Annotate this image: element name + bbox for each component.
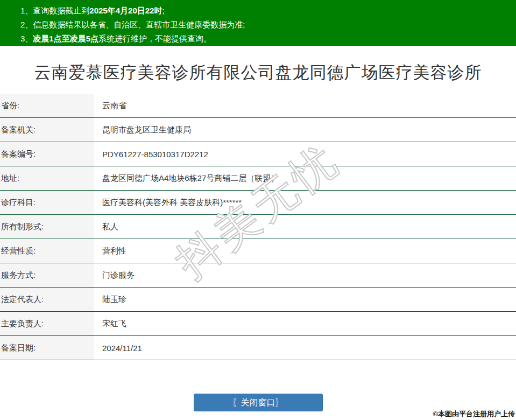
row-value: 盘龙区同德广场A4地块6栋27号商铺二层（联盟） [94, 166, 516, 190]
notice-line-1: 1、查询数据截止到2025年4月20日22时; [20, 4, 505, 18]
close-window-button[interactable]: 〖关闭窗口〗 [194, 394, 323, 411]
table-row-service-mode: 服务方式: 门诊服务 [0, 263, 516, 288]
table-row-filing-number: 备案编号: PDY61227-853010317D2212 [0, 142, 516, 166]
notice-1-text: 查询数据截止到 [33, 6, 89, 15]
row-label: 省份: [0, 94, 94, 117]
row-label: 诊疗科目: [0, 191, 94, 214]
notice-3-suffix: 系统进行维护，不能提供查询。 [98, 34, 211, 43]
row-value: 营利性 [94, 239, 516, 263]
record-table: 省份: 云南省 备案机关: 昆明市盘龙区卫生健康局 备案编号: PDY61227… [0, 94, 516, 360]
row-label: 经营性质: [0, 239, 94, 263]
row-value: 2024/11/21 [94, 336, 516, 360]
row-label: 服务方式: [0, 263, 94, 287]
notice-banner: 1、查询数据截止到2025年4月20日22时; 2、信息数据结果以各省、自治区、… [0, 0, 516, 46]
row-value: 医疗美容科(美容外科 美容皮肤科)****** [94, 191, 516, 214]
table-row-legal-representative: 法定代表人: 陆玉珍 [0, 288, 516, 312]
row-value: 陆玉珍 [94, 288, 516, 311]
row-value: 私人 [94, 215, 516, 239]
page-title: 云南爱慕医疗美容诊所有限公司盘龙同德广场医疗美容诊所 [0, 62, 516, 83]
notice-line-3: 3、凌晨1点至凌晨5点系统进行维护，不能提供查询。 [20, 32, 505, 46]
row-label: 法定代表人: [0, 288, 94, 311]
table-row-treatment-subjects: 诊疗科目: 医疗美容科(美容外科 美容皮肤科)****** [0, 191, 516, 215]
copyright-stamp: ©本图由平台注册用户上传 [433, 409, 515, 419]
row-label: 备案日期: [0, 336, 94, 360]
notice-3-bold: 凌晨1点至凌晨5点 [33, 34, 98, 43]
notice-2-text: 信息数据结果以各省、自治区、直辖市卫生健康委数据为准; [33, 20, 245, 29]
row-label: 备案编号: [0, 142, 94, 166]
row-value: 门诊服务 [94, 263, 516, 287]
notice-2-number: 2、 [20, 20, 33, 29]
table-row-province: 省份: 云南省 [0, 94, 516, 118]
row-label: 所有制形式: [0, 215, 94, 239]
table-row-address: 地址: 盘龙区同德广场A4地块6栋27号商铺二层（联盟） [0, 166, 516, 191]
row-label: 备案机关: [0, 118, 94, 142]
table-row-filing-date: 备案日期: 2024/11/21 [0, 336, 516, 360]
table-row-filing-authority: 备案机关: 昆明市盘龙区卫生健康局 [0, 118, 516, 142]
table-row-business-nature: 经营性质: 营利性 [0, 239, 516, 263]
row-value: 云南省 [94, 94, 516, 117]
row-label: 主要负责人: [0, 312, 94, 335]
notice-1-bold: 2025年4月20日22时 [89, 6, 162, 15]
table-row-ownership-form: 所有制形式: 私人 [0, 215, 516, 239]
notice-3-number: 3、 [20, 34, 33, 43]
row-label: 地址: [0, 166, 94, 190]
row-value: 宋红飞 [94, 312, 516, 335]
row-value: 昆明市盘龙区卫生健康局 [94, 118, 516, 142]
row-value: PDY61227-853010317D2212 [94, 142, 516, 166]
notice-1-number: 1、 [20, 6, 33, 15]
table-row-principal: 主要负责人: 宋红飞 [0, 312, 516, 336]
notice-1-suffix: ; [162, 6, 164, 15]
notice-line-2: 2、信息数据结果以各省、自治区、直辖市卫生健康委数据为准; [20, 18, 505, 32]
